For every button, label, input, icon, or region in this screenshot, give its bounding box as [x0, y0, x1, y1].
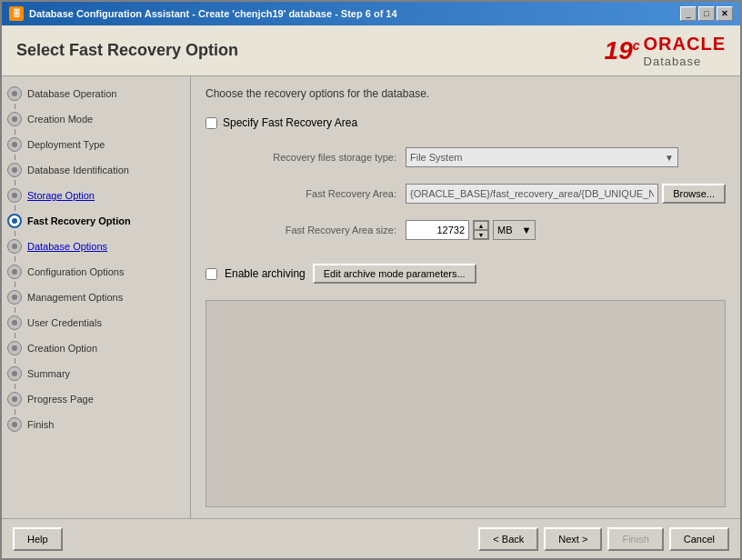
- sidebar-item-label: Creation Mode: [27, 114, 93, 125]
- sidebar-item-label: User Credentials: [27, 317, 102, 328]
- archive-row: Enable archiving Edit archive mode param…: [206, 264, 726, 284]
- app-icon: 🗄: [9, 6, 24, 21]
- sidebar-item-label: Finish: [27, 419, 54, 430]
- sidebar-item-user-credentials[interactable]: User Credentials: [2, 313, 190, 333]
- sidebar-item-creation-mode[interactable]: Creation Mode: [2, 109, 190, 129]
- fast-recovery-area-input[interactable]: [406, 184, 658, 204]
- specify-recovery-label: Specify Fast Recovery Area: [223, 116, 357, 129]
- spinner-down[interactable]: ▼: [474, 230, 488, 239]
- step-indicator: [7, 290, 22, 305]
- unit-select[interactable]: MB ▼: [493, 220, 536, 240]
- instruction-text: Choose the recovery options for the data…: [206, 87, 726, 100]
- sidebar-item-progress-page[interactable]: Progress Page: [2, 389, 190, 409]
- enable-archiving-checkbox[interactable]: [206, 268, 217, 280]
- sidebar-item-management-options[interactable]: Management Options: [2, 287, 190, 307]
- size-input[interactable]: [406, 220, 469, 240]
- next-button[interactable]: Next >: [544, 527, 602, 551]
- sidebar-item-database-identification[interactable]: Database Identification: [2, 160, 190, 180]
- back-button[interactable]: < Back: [478, 527, 538, 551]
- sidebar-item-deployment-type[interactable]: Deployment Type: [2, 135, 190, 155]
- enable-archiving-label: Enable archiving: [225, 267, 306, 280]
- sidebar-item-label: Database Operation: [27, 88, 116, 99]
- sidebar-item-finish[interactable]: Finish: [2, 415, 190, 435]
- sidebar-item-label: Database Options: [27, 241, 107, 252]
- sidebar-item-summary[interactable]: Summary: [2, 364, 190, 384]
- step-indicator: [7, 417, 22, 432]
- size-spinner: ▲ ▼: [473, 220, 489, 240]
- fast-recovery-area-row: Fast Recovery Area: Browse...: [206, 184, 726, 204]
- title-buttons: _ □ ✕: [680, 6, 733, 21]
- browse-button[interactable]: Browse...: [662, 184, 726, 204]
- sidebar-item-label: Progress Page: [27, 394, 94, 405]
- step-indicator: [7, 239, 22, 254]
- spinner-up[interactable]: ▲: [474, 221, 488, 230]
- sidebar-item-label: Management Options: [27, 292, 123, 303]
- edit-archive-button[interactable]: Edit archive mode parameters...: [313, 264, 476, 284]
- sidebar-item-label: Database Identification: [27, 165, 129, 175]
- oracle-version: 19c: [605, 36, 640, 65]
- cancel-button[interactable]: Cancel: [669, 527, 729, 551]
- step-indicator: [7, 214, 22, 228]
- minimize-button[interactable]: _: [680, 6, 697, 21]
- header-section: Select Fast Recovery Option 19c ORACLE D…: [2, 25, 740, 76]
- sidebar-item-database-operation[interactable]: Database Operation: [2, 84, 190, 104]
- content-area: Choose the recovery options for the data…: [191, 76, 740, 518]
- sidebar-item-label: Summary: [27, 368, 70, 379]
- sidebar-item-database-options[interactable]: Database Options: [2, 236, 190, 256]
- help-button[interactable]: Help: [13, 527, 63, 551]
- sidebar-item-label: Storage Option: [27, 190, 95, 201]
- close-button[interactable]: ✕: [717, 6, 733, 21]
- page-title: Select Fast Recovery Option: [16, 41, 238, 60]
- oracle-name: ORACLE: [644, 34, 726, 55]
- recovery-files-row: Recovery files storage type: File System…: [206, 147, 726, 167]
- step-indicator: [7, 392, 22, 406]
- sidebar-item-fast-recovery[interactable]: Fast Recovery Option: [2, 211, 190, 231]
- maximize-button[interactable]: □: [698, 6, 715, 21]
- step-indicator: [7, 265, 22, 279]
- unit-dropdown-arrow-icon: ▼: [522, 225, 532, 235]
- sidebar-item-label: Configuration Options: [27, 266, 124, 277]
- window-title: Database Configuration Assistant - Creat…: [29, 8, 397, 19]
- fast-recovery-area-label: Fast Recovery Area:: [224, 188, 406, 199]
- step-indicator: [7, 86, 22, 101]
- step-indicator: [7, 112, 22, 126]
- sidebar-item-label: Creation Option: [27, 343, 97, 354]
- step-indicator: [7, 163, 22, 177]
- specify-recovery-checkbox[interactable]: [206, 117, 217, 129]
- sidebar-item-label: Fast Recovery Option: [27, 215, 131, 226]
- step-indicator: [7, 137, 22, 152]
- sidebar-item-storage-option[interactable]: Storage Option: [2, 185, 190, 205]
- step-indicator: [7, 188, 22, 203]
- dropdown-arrow-icon: ▼: [665, 153, 674, 163]
- oracle-logo: 19c ORACLE Database: [605, 34, 726, 68]
- sidebar-item-configuration-options[interactable]: Configuration Options: [2, 262, 190, 282]
- fast-recovery-size-label: Fast Recovery Area size:: [224, 225, 406, 235]
- size-controls: ▲ ▼ MB ▼: [406, 220, 536, 240]
- sidebar-item-creation-option[interactable]: Creation Option: [2, 338, 190, 358]
- recovery-files-select[interactable]: File System ▼: [406, 147, 678, 167]
- main-window: 🗄 Database Configuration Assistant - Cre…: [0, 0, 742, 560]
- fast-recovery-size-row: Fast Recovery Area size: ▲ ▼ MB ▼: [206, 220, 726, 240]
- step-indicator: [7, 366, 22, 381]
- step-indicator: [7, 315, 22, 330]
- oracle-db-label: Database: [644, 55, 702, 68]
- title-bar-left: 🗄 Database Configuration Assistant - Cre…: [9, 6, 397, 21]
- footer: Help < Back Next > Finish Cancel: [2, 518, 740, 558]
- footer-nav-buttons: < Back Next > Finish Cancel: [478, 527, 729, 551]
- specify-recovery-row: Specify Fast Recovery Area: [206, 116, 726, 129]
- title-bar: 🗄 Database Configuration Assistant - Cre…: [2, 2, 740, 25]
- step-indicator: [7, 341, 22, 355]
- recovery-files-label: Recovery files storage type:: [224, 152, 406, 163]
- sidebar-item-label: Deployment Type: [27, 139, 105, 150]
- oracle-text: ORACLE Database: [644, 34, 726, 68]
- empty-panel: [206, 300, 726, 507]
- sidebar: Database Operation Creation Mode Deploym…: [2, 76, 191, 518]
- finish-button[interactable]: Finish: [607, 527, 663, 551]
- main-content: Database Operation Creation Mode Deploym…: [2, 76, 740, 518]
